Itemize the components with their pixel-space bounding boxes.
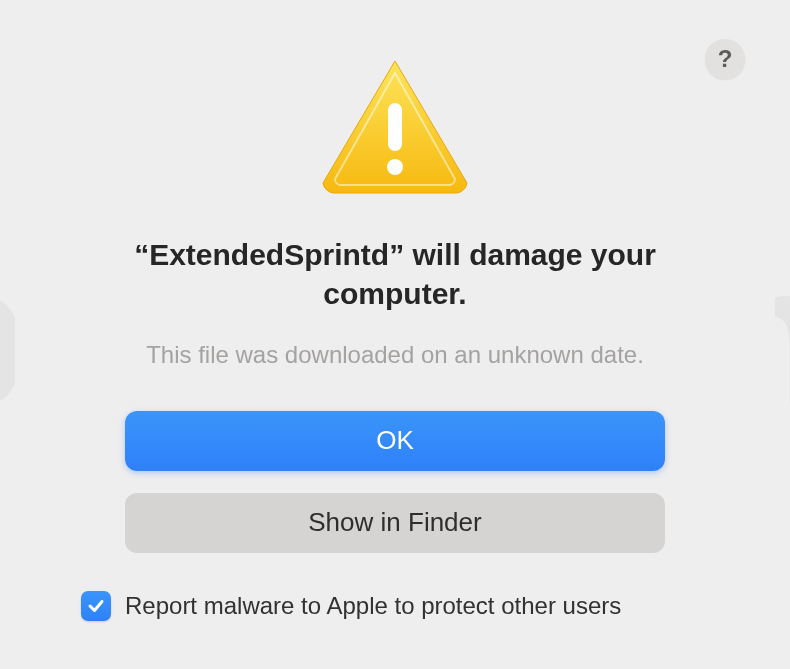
alert-dialog: ? “ExtendedSprintd” will damage your com…: [15, 11, 775, 659]
warning-icon: [315, 55, 475, 195]
help-icon: ?: [718, 45, 733, 73]
show-in-finder-button[interactable]: Show in Finder: [125, 493, 665, 553]
checkmark-icon: [86, 596, 106, 616]
svg-point-3: [387, 159, 403, 175]
report-malware-row: Report malware to Apple to protect other…: [81, 591, 621, 621]
ok-button[interactable]: OK: [125, 411, 665, 471]
alert-headline: “ExtendedSprintd” will damage your compu…: [75, 235, 715, 313]
button-stack: OK Show in Finder: [125, 411, 665, 553]
report-malware-checkbox[interactable]: [81, 591, 111, 621]
report-malware-label: Report malware to Apple to protect other…: [125, 592, 621, 620]
svg-rect-2: [388, 103, 402, 151]
help-button[interactable]: ?: [705, 39, 745, 79]
alert-subtext: This file was downloaded on an unknown d…: [146, 341, 644, 369]
